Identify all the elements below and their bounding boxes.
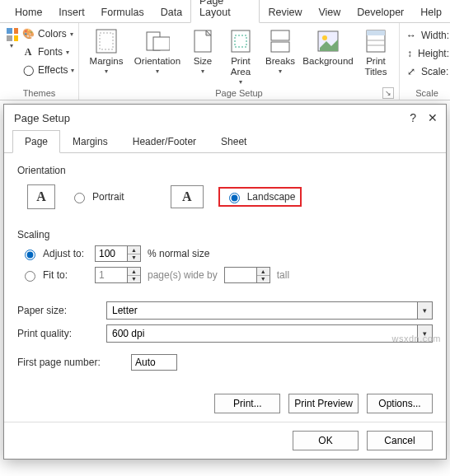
fit-to-option[interactable]: Fit to: (21, 268, 88, 282)
adjust-to-option[interactable]: Adjust to: (21, 247, 88, 260)
dlg-tab-header-footer[interactable]: Header/Footer (120, 130, 209, 153)
fit-mid-label: page(s) wide by (148, 269, 218, 281)
spin-down[interactable]: ▼ (128, 276, 140, 283)
fit-tall-input[interactable] (224, 267, 257, 283)
print-area-button[interactable]: Print Area▾ (223, 25, 259, 86)
page-setup-dialog: Page Setup ? ✕ Page Margins Header/Foote… (3, 104, 447, 460)
colors-icon: 🎨 (21, 27, 35, 40)
svg-rect-11 (271, 30, 289, 40)
adjust-to-suffix: % normal size (148, 248, 209, 259)
spin-up[interactable]: ▲ (128, 246, 140, 254)
chevron-down-icon: ▾ (201, 68, 204, 75)
breaks-button[interactable]: Breaks▾ (262, 25, 298, 75)
svg-rect-5 (100, 33, 113, 49)
page-setup-launcher[interactable]: ↘ (382, 87, 394, 99)
tab-view[interactable]: View (310, 2, 349, 22)
paper-size-input[interactable] (106, 301, 418, 320)
tab-insert[interactable]: Insert (50, 2, 92, 22)
margins-button[interactable]: Margins▾ (84, 25, 129, 75)
group-label-scale: Scale (405, 86, 449, 100)
dialog-button-row-1: Print... Print Preview Options... (4, 385, 446, 422)
landscape-radio[interactable] (229, 193, 240, 203)
tab-data[interactable]: Data (152, 2, 190, 22)
cancel-button[interactable]: Cancel (367, 431, 433, 450)
fit-tall-spinner[interactable]: ▲▼ (224, 267, 270, 283)
fonts-label: Fonts (38, 46, 63, 58)
options-button[interactable]: Options... (367, 394, 433, 413)
spin-up[interactable]: ▲ (257, 268, 270, 276)
print-area-icon (227, 28, 254, 54)
spin-down[interactable]: ▼ (128, 254, 140, 262)
print-quality-combo[interactable]: ▾ (106, 324, 433, 343)
tab-home[interactable]: Home (7, 2, 50, 22)
group-scale: ↔Width: ↕Height: ⤢Scale: Scale (400, 23, 450, 100)
spin-up[interactable]: ▲ (128, 268, 140, 276)
spin-down[interactable]: ▼ (257, 276, 270, 283)
dialog-body: Orientation A Portrait A Landscape Scali… (4, 153, 446, 385)
themes-icon[interactable] (5, 28, 18, 41)
adjust-to-radio[interactable] (25, 250, 35, 260)
first-page-input[interactable] (131, 354, 177, 371)
scale-control[interactable]: ⤢Scale: (405, 63, 449, 81)
effects-icon: ◯ (21, 63, 35, 77)
dlg-tab-sheet[interactable]: Sheet (209, 130, 259, 153)
breaks-icon (267, 28, 293, 54)
fit-to-radio[interactable] (25, 271, 35, 282)
orientation-button[interactable]: Orientation▾ (132, 25, 183, 75)
colors-button[interactable]: 🎨Colors▾ (21, 25, 74, 43)
tab-page-layout[interactable]: Page Layout (190, 0, 260, 23)
size-label: Size (194, 56, 212, 67)
chevron-down-icon: ▾ (70, 30, 73, 38)
chevron-down-icon: ▾ (10, 42, 13, 49)
dlg-tab-margins[interactable]: Margins (60, 130, 120, 153)
print-quality-label: Print quality: (17, 328, 100, 339)
fonts-icon: A (21, 45, 35, 58)
height-icon: ↕ (405, 47, 415, 60)
first-page-label: First page number: (17, 357, 124, 368)
breaks-label: Breaks (265, 56, 295, 67)
portrait-option[interactable]: Portrait (70, 190, 124, 203)
print-preview-button[interactable]: Print Preview (288, 394, 359, 413)
size-button[interactable]: Size▾ (186, 25, 219, 75)
svg-point-14 (322, 35, 327, 40)
margins-label: Margins (90, 56, 124, 67)
print-button[interactable]: Print... (214, 394, 280, 413)
ok-button[interactable]: OK (293, 431, 359, 450)
dlg-tab-page[interactable]: Page (12, 130, 60, 153)
svg-rect-0 (7, 28, 12, 34)
dialog-titlebar: Page Setup ? ✕ (4, 105, 446, 129)
background-label: Background (302, 56, 353, 67)
print-quality-input[interactable] (106, 324, 418, 343)
paper-size-combo[interactable]: ▾ (106, 301, 433, 320)
dialog-title: Page Setup (14, 112, 70, 124)
group-themes: ▾ 🎨Colors▾ AFonts▾ ◯Effects▾ Themes (0, 23, 79, 100)
print-titles-button[interactable]: Print Titles (358, 25, 394, 77)
portrait-icon: A (27, 184, 55, 209)
fit-wide-spinner[interactable]: ▲▼ (95, 267, 141, 283)
help-button[interactable]: ? (410, 111, 416, 124)
portrait-radio[interactable] (74, 193, 85, 203)
tab-formulas[interactable]: Formulas (93, 2, 152, 22)
portrait-label: Portrait (92, 191, 124, 203)
tab-help[interactable]: Help (412, 2, 450, 22)
fonts-button[interactable]: AFonts▾ (21, 43, 74, 61)
adjust-to-spinner[interactable]: ▲▼ (95, 245, 141, 262)
tab-review[interactable]: Review (260, 2, 310, 22)
tab-developer[interactable]: Developer (349, 2, 412, 22)
fit-wide-input[interactable] (95, 267, 128, 283)
background-button[interactable]: Background (302, 25, 354, 67)
width-control[interactable]: ↔Width: (405, 26, 449, 44)
landscape-option[interactable]: Landscape (218, 187, 302, 207)
svg-rect-16 (367, 30, 385, 35)
close-button[interactable]: ✕ (428, 111, 438, 124)
chevron-down-icon: ▾ (156, 68, 159, 75)
svg-rect-12 (271, 42, 289, 52)
chevron-down-icon[interactable]: ▾ (418, 301, 433, 320)
dialog-button-row-2: OK Cancel (4, 422, 446, 459)
height-control[interactable]: ↕Height: (405, 44, 449, 63)
background-icon (315, 28, 341, 54)
effects-button[interactable]: ◯Effects▾ (21, 61, 74, 79)
chevron-down-icon: ▾ (239, 78, 242, 86)
adjust-to-input[interactable] (95, 245, 128, 262)
landscape-icon: A (171, 185, 204, 208)
